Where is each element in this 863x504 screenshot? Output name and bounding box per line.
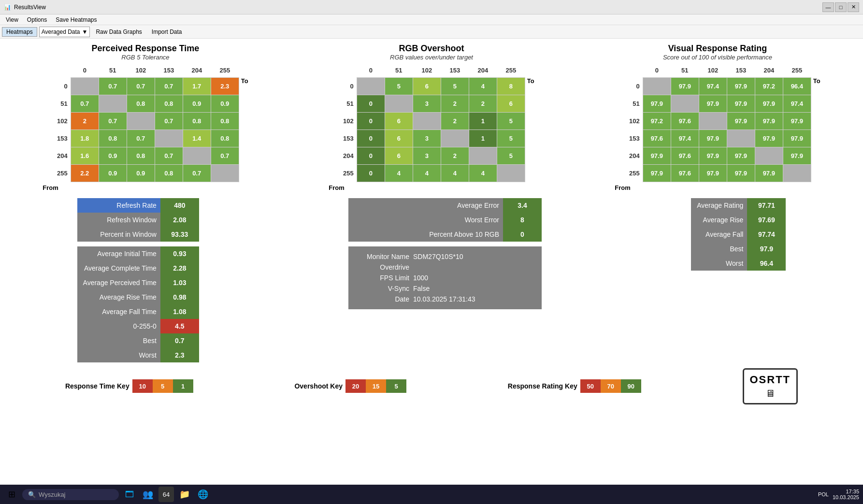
col-header: 204 — [469, 64, 497, 77]
window-controls: — □ ✕ — [822, 2, 859, 12]
prt-table: 05110215320425500.70.70.71.72.3510.70.80… — [43, 64, 239, 182]
info-label: Average Perceived Time — [77, 275, 160, 290]
heatmap-cell — [643, 77, 671, 95]
info-label: 0-255-0 — [77, 319, 160, 333]
info-row: Average Rise97.69 — [691, 213, 786, 227]
mid-stats: Average Error3.4Worst Error8Percent Abov… — [348, 198, 542, 309]
taskbar-app2[interactable]: 👥 — [140, 487, 156, 502]
minimize-button[interactable]: — — [822, 2, 834, 12]
info-value: 96.4 — [747, 256, 786, 271]
menu-view[interactable]: View — [2, 15, 22, 24]
table-row: 2552.20.90.90.80.7 — [43, 164, 239, 182]
heatmap-cell — [441, 130, 469, 147]
heatmap-cell — [211, 164, 239, 182]
search-text: Wyszukaj — [39, 491, 66, 498]
table-row: 5103226 — [329, 95, 525, 112]
taskbar-app3[interactable]: 64 — [158, 487, 174, 502]
info-label: Average Rise — [691, 213, 747, 227]
monitor-value: 10.03.2025 17:31:43 — [413, 295, 475, 303]
col-header: 51 — [99, 64, 127, 77]
info-row: Worst2.3 — [77, 348, 199, 362]
info-label: Best — [691, 242, 747, 256]
import-data-button[interactable]: Import Data — [148, 28, 186, 36]
heatmap-cell — [155, 130, 183, 147]
col-header: 153 — [155, 64, 183, 77]
heatmap-cell: 0.8 — [183, 112, 211, 130]
heatmap-cell: 0.7 — [99, 112, 127, 130]
heatmap-cell — [727, 130, 755, 147]
osrtt-monitor-icon: 🖥 — [765, 388, 775, 399]
heatmap-cell: 0.9 — [99, 164, 127, 182]
col-header: 204 — [183, 64, 211, 77]
heatmap-cell — [183, 147, 211, 164]
corner-cell — [329, 64, 357, 77]
taskbar-app5[interactable]: 🌐 — [195, 487, 211, 502]
monitor-value: 1000 — [413, 274, 428, 282]
prt-heatmap-wrapper: 05110215320425500.70.70.71.72.3510.70.80… — [43, 64, 248, 182]
heatmap-cell: 8 — [497, 77, 525, 95]
col-header: 102 — [699, 64, 727, 77]
heatmap-cell — [99, 95, 127, 112]
info-label: Worst Error — [348, 213, 503, 227]
info-value: 2.3 — [160, 348, 199, 362]
rgb-title: RGB Overshoot — [329, 43, 534, 54]
osrtt-text: OSRTT — [750, 374, 791, 386]
info-value: 93.33 — [160, 227, 199, 242]
averaged-data-dropdown[interactable]: Averaged Data ▼ — [39, 27, 90, 37]
monitor-row: V-SyncFalse — [356, 283, 534, 294]
menu-options[interactable]: Options — [23, 15, 51, 24]
key-cell: 5 — [386, 379, 406, 393]
menu-bar: View Options Save Heatmaps — [0, 14, 863, 25]
info-label: Average Rating — [691, 198, 747, 213]
table-row: 20406325 — [329, 147, 525, 164]
row-header: 204 — [329, 147, 357, 164]
info-row: Average Fall97.74 — [691, 227, 786, 242]
heatmap-cell: 3 — [413, 130, 441, 147]
info-row: Average Fall Time1.08 — [77, 304, 199, 319]
monitor-value: SDM27Q10S*10 — [413, 253, 463, 260]
heatmap-cell: 0.7 — [155, 147, 183, 164]
rating-key: Response Rating Key 507090 — [508, 379, 641, 393]
heatmap-cell: 0.8 — [211, 112, 239, 130]
maximize-button[interactable]: □ — [835, 2, 847, 12]
row-header: 255 — [329, 164, 357, 182]
heatmap-cell: 5 — [497, 130, 525, 147]
heatmaps-row: Perceived Response Time RGB 5 Tolerance … — [10, 43, 853, 191]
dropdown-arrow: ▼ — [82, 29, 88, 35]
heatmap-cell: 97.9 — [727, 77, 755, 95]
heatmap-cell: 0.9 — [211, 95, 239, 112]
heatmap-cell: 2 — [441, 112, 469, 130]
osrtt-logo: OSRTT 🖥 — [743, 368, 798, 404]
taskbar-time: 17:35 — [846, 489, 859, 494]
taskbar-search[interactable]: 🔍 Wyszukaj — [22, 489, 119, 500]
table-row: 097.997.497.997.296.4 — [615, 77, 811, 95]
info-label: Worst — [691, 256, 747, 271]
heatmap-cell: 0.7 — [211, 147, 239, 164]
heatmap-cell — [497, 164, 525, 182]
heatmap-cell: 97.9 — [643, 147, 671, 164]
windows-icon[interactable]: ⊞ — [4, 487, 19, 502]
heatmap-cell: 4 — [413, 164, 441, 182]
menu-save-heatmaps[interactable]: Save Heatmaps — [52, 15, 101, 24]
info-label: Average Fall — [691, 227, 747, 242]
close-button[interactable]: ✕ — [848, 2, 859, 12]
monitor-key: V-Sync — [356, 285, 409, 292]
info-value: 480 — [160, 198, 199, 213]
heatmap-cell: 0.7 — [155, 77, 183, 95]
raw-data-button[interactable]: Raw Data Graphs — [92, 28, 145, 36]
prt-from-label: From — [43, 184, 58, 191]
taskbar-app1[interactable]: 🗔 — [122, 487, 137, 502]
heatmaps-button[interactable]: Heatmaps — [2, 27, 37, 37]
monitor-info-box: Monitor NameSDM27Q10S*10OverdriveFPS Lim… — [348, 246, 542, 309]
heatmap-cell: 97.9 — [699, 95, 727, 112]
corner-cell — [43, 64, 71, 77]
heatmap-cell: 97.9 — [643, 164, 671, 182]
heatmap-cell: 6 — [385, 112, 413, 130]
heatmap-cell: 97.2 — [643, 112, 671, 130]
taskbar-app4[interactable]: 📁 — [177, 487, 192, 502]
heatmap-cell: 0.8 — [155, 164, 183, 182]
heatmap-cell: 1.4 — [183, 130, 211, 147]
heatmap-cell — [357, 77, 385, 95]
heatmap-cell: 97.9 — [727, 147, 755, 164]
col-header: 153 — [441, 64, 469, 77]
